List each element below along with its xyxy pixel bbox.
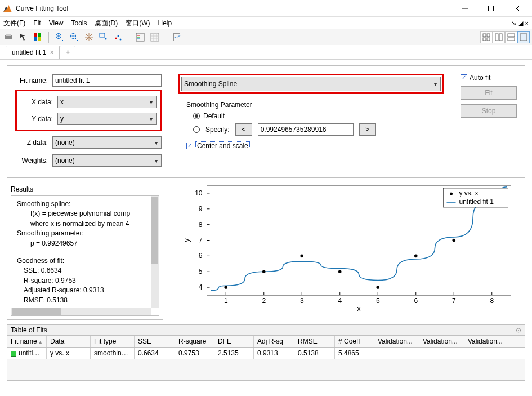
svg-rect-29 (483, 38, 486, 41)
table-row[interactable]: untitled ... y vs. x smoothing... 0.6634… (7, 348, 525, 359)
svg-text:y: y (183, 239, 191, 242)
col-rsquare[interactable]: R-square (175, 336, 214, 347)
xdata-combo[interactable]: x▾ (57, 96, 157, 108)
results-vscroll[interactable] (151, 196, 159, 308)
menu-help[interactable]: Help (158, 19, 172, 27)
col-fit-type[interactable]: Fit type (91, 336, 135, 347)
svg-text:8: 8 (490, 297, 494, 305)
exclude-outliers-icon[interactable] (112, 31, 124, 43)
close-button[interactable] (504, 0, 530, 17)
svg-text:x: x (357, 305, 361, 313)
stop-button[interactable]: Stop (461, 104, 517, 118)
svg-text:7: 7 (199, 237, 203, 244)
chevron-down-icon: ▾ (155, 158, 158, 164)
col-sse[interactable]: SSE (135, 336, 175, 347)
svg-text:y vs. x: y vs. x (459, 189, 479, 197)
tab-add-button[interactable]: + (60, 46, 75, 59)
grid-icon[interactable] (149, 31, 161, 43)
plot-svg: 1234567845678910xyy vs. xuntitled fit 1 (170, 183, 525, 313)
menu-tools[interactable]: Tools (71, 19, 87, 27)
menu-desktop[interactable]: 桌面(D) (95, 19, 118, 28)
specify-radio[interactable] (193, 126, 200, 133)
svg-text:1: 1 (224, 297, 228, 305)
fit-config-panel: Fit name: X data: x▾ Y data: y▾ Z data: … (7, 65, 525, 178)
menu-view[interactable]: View (49, 19, 64, 27)
layout-left-right-icon[interactable] (493, 31, 505, 43)
zoom-out-icon[interactable] (68, 31, 81, 43)
col-adj-rsq[interactable]: Adj R-sq (254, 336, 294, 347)
xy-data-highlight: X data: x▾ Y data: y▾ (15, 90, 162, 131)
col-dfe[interactable]: DFE (214, 336, 254, 347)
chevron-down-icon: ▾ (434, 81, 437, 87)
menu-fit[interactable]: Fit (33, 19, 41, 27)
table-menu-icon[interactable]: ⊙ (516, 326, 521, 334)
svg-text:6: 6 (414, 297, 418, 305)
pan-icon[interactable] (83, 31, 95, 43)
svg-rect-4 (5, 35, 12, 39)
auto-fit-checkbox[interactable] (461, 74, 467, 81)
col-data[interactable]: Data (47, 336, 91, 347)
svg-point-78 (450, 193, 453, 195)
maximize-button[interactable] (478, 0, 504, 17)
minimize-button[interactable] (452, 0, 478, 17)
tab-close-icon[interactable]: × (50, 48, 53, 56)
col-val-2[interactable]: Validation... (419, 336, 464, 347)
fitname-input[interactable] (52, 74, 162, 87)
col-val-3[interactable]: Validation... (464, 336, 509, 347)
svg-point-18 (105, 38, 107, 39)
svg-rect-27 (483, 34, 486, 37)
table-title: Table of Fits (11, 326, 47, 334)
layout-single-icon[interactable] (517, 31, 530, 43)
table-header-row: Fit name▲ Data Fit type SSE R-square DFE… (7, 336, 525, 348)
svg-point-74 (414, 255, 418, 258)
menu-file[interactable]: 文件(F) (3, 19, 25, 28)
svg-rect-1 (489, 6, 494, 11)
results-panel: Results Smoothing spline: f(x) = piecewi… (7, 183, 163, 320)
svg-rect-9 (38, 37, 41, 41)
svg-rect-5 (6, 34, 11, 36)
default-radio[interactable] (193, 113, 200, 119)
results-hscroll[interactable] (11, 308, 151, 315)
svg-text:4: 4 (338, 297, 342, 305)
svg-point-71 (300, 255, 303, 258)
fit-button[interactable]: Fit (461, 86, 517, 100)
layout-grid-icon[interactable] (480, 31, 493, 43)
increase-button[interactable]: > (359, 123, 376, 136)
tab-fit-1[interactable]: untitled fit 1 × (6, 46, 60, 59)
col-coeff[interactable]: # Coeff (335, 336, 374, 347)
ydata-combo[interactable]: y▾ (57, 113, 157, 125)
chevron-down-icon: ▾ (150, 99, 153, 105)
svg-text:5: 5 (199, 268, 203, 275)
fit-plot[interactable]: 1234567845678910xyy vs. xuntitled fit 1 (170, 183, 525, 320)
legend-icon[interactable] (134, 31, 146, 43)
zdata-combo[interactable]: (none)▾ (52, 136, 162, 149)
zoom-in-icon[interactable] (53, 31, 66, 43)
arrow-icon[interactable] (17, 31, 29, 43)
svg-point-19 (115, 37, 117, 39)
menu-window[interactable]: 窗口(W) (126, 19, 150, 28)
center-scale-checkbox[interactable] (186, 143, 193, 149)
col-val-1[interactable]: Validation... (374, 336, 419, 347)
svg-point-72 (338, 270, 342, 273)
weights-combo[interactable]: (none)▾ (52, 154, 162, 167)
col-fit-name[interactable]: Fit name▲ (7, 336, 47, 347)
svg-text:3: 3 (300, 297, 304, 305)
decrease-button[interactable]: < (235, 123, 252, 136)
auto-fit-label: Auto fit (470, 74, 490, 82)
svg-rect-31 (495, 34, 498, 41)
smoothing-param-title: Smoothing Parameter (186, 101, 444, 109)
residuals-plot-icon[interactable] (171, 31, 183, 43)
print-icon[interactable] (2, 31, 15, 43)
window-title: Curve Fitting Tool (16, 5, 68, 12)
layout-top-bottom-icon[interactable] (505, 31, 517, 43)
window-titlebar: Curve Fitting Tool (0, 0, 532, 17)
smoothing-param-input[interactable] (258, 123, 354, 136)
svg-rect-32 (499, 34, 502, 41)
col-rmse[interactable]: RMSE (294, 336, 335, 347)
results-text[interactable]: Smoothing spline: f(x) = piecewise polyn… (11, 195, 159, 316)
fit-type-combo[interactable]: Smoothing Spline▾ (181, 77, 441, 91)
data-cursor-icon[interactable] (97, 31, 110, 43)
color-swatch-icon[interactable] (32, 31, 44, 43)
mdi-controls[interactable]: ↘◢× (509, 19, 529, 27)
svg-line-11 (60, 38, 63, 41)
